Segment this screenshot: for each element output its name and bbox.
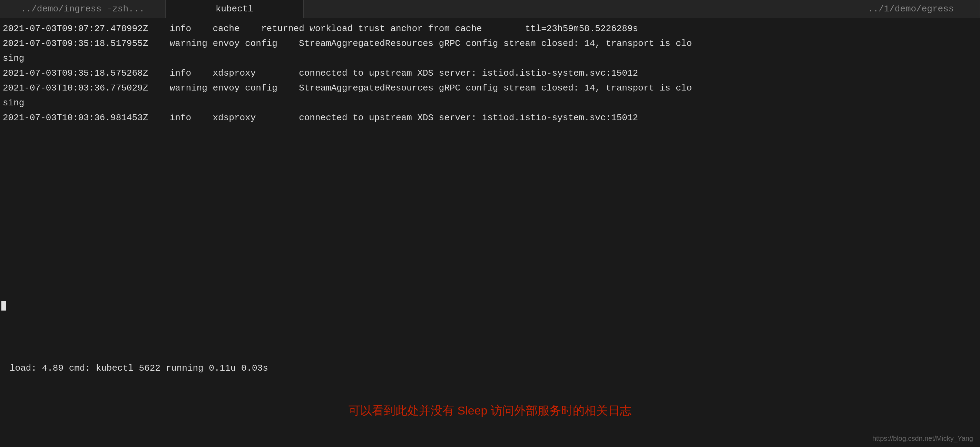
log-line-4b: sing (0, 96, 980, 110)
log-line-5: 2021-07-03T10:03:36.981453Z info xdsprox… (0, 110, 980, 125)
tab-egress[interactable]: ../1/demo/egress (842, 0, 980, 18)
status-text: load: 4.89 cmd: kubectl 5622 running 0.1… (10, 363, 268, 374)
tab-ingress-label: ../demo/ingress -zsh... (21, 4, 145, 14)
terminal-container: ../demo/ingress -zsh... kubectl ../1/dem… (0, 0, 980, 447)
log-line-1: 2021-07-03T09:07:27.478992Z info cache r… (0, 21, 980, 36)
tab-bar: ../demo/ingress -zsh... kubectl ../1/dem… (0, 0, 980, 18)
watermark: https://blog.csdn.net/Micky_Yang (872, 433, 973, 444)
tab-egress-label: ../1/demo/egress (868, 4, 954, 14)
annotation-text: 可以看到此处并没有 Sleep 访问外部服务时的相关日志 (0, 402, 980, 419)
tab-ingress[interactable]: ../demo/ingress -zsh... (0, 0, 165, 18)
log-line-2b: sing (0, 51, 980, 66)
log-line-2: 2021-07-03T09:35:18.517955Z warning envo… (0, 36, 980, 51)
tab-spacer (304, 0, 842, 18)
terminal-body: 2021-07-03T09:07:27.478992Z info cache r… (0, 18, 980, 447)
tab-kubectl-label: kubectl (216, 4, 253, 14)
log-line-4: 2021-07-03T10:03:36.775029Z warning envo… (0, 81, 980, 96)
status-bar: load: 4.89 cmd: kubectl 5622 running 0.1… (0, 359, 980, 378)
cursor (2, 301, 6, 311)
log-line-3: 2021-07-03T09:35:18.575268Z info xdsprox… (0, 66, 980, 81)
tab-kubectl[interactable]: kubectl (165, 0, 304, 18)
